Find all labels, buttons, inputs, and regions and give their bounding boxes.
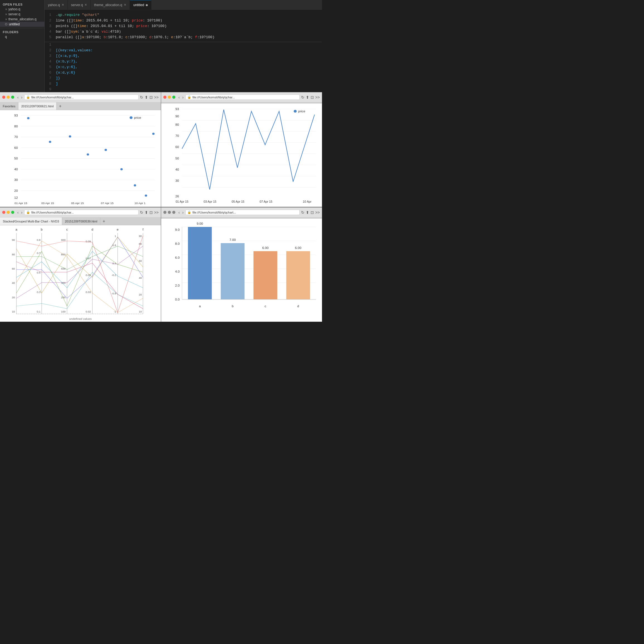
share-icon[interactable]: ⬆ <box>145 210 148 215</box>
traffic-light-green[interactable] <box>172 96 175 99</box>
traffic-light-green[interactable] <box>11 211 14 214</box>
svg-text:80: 80 <box>12 253 15 256</box>
url-bar-2[interactable]: 🔒 file:///Users/komsit/lib/q/qchar... <box>185 95 299 100</box>
url-icon: 🔒 <box>187 210 191 214</box>
nav-forward[interactable]: › <box>21 95 23 100</box>
sidebar-item-theme[interactable]: ✕ theme_allocation.q <box>0 17 44 22</box>
expand-icon[interactable]: >> <box>315 95 320 100</box>
browser-row-1: ‹ › 🔒 file:///Users/komsit/lib/q/qchar..… <box>0 92 322 207</box>
close-icon[interactable]: ✕ <box>5 18 7 21</box>
refresh-icon[interactable]: ↻ <box>140 210 143 215</box>
traffic-light-red[interactable] <box>2 96 5 99</box>
zoom-icon[interactable]: ⊡ <box>311 95 314 100</box>
svg-text:20: 20 <box>14 189 18 192</box>
traffic-light-yellow[interactable] <box>7 211 10 214</box>
parallel-chart: a b c d e f 10 20 40 60 80 90 0.1 0.3 0.… <box>0 225 161 322</box>
svg-text:900: 900 <box>61 239 66 241</box>
open-files-label: OPEN FILES <box>0 2 44 7</box>
share-icon[interactable]: ⬆ <box>306 95 309 100</box>
bar-d <box>286 251 310 299</box>
expand-icon[interactable]: >> <box>154 210 159 215</box>
svg-text:90: 90 <box>12 239 15 241</box>
url-text-1: file:///Users/komsit/lib/q/qchar... <box>31 96 74 99</box>
svg-text:93: 93 <box>14 114 18 117</box>
sidebar-item-server[interactable]: ✕ server.q <box>0 12 44 17</box>
sidebar-file-name: theme_allocation.q <box>8 17 37 21</box>
bar-b <box>221 243 244 299</box>
output-area: 1 2 [{key:val,values: 3 [{x:a,y:9}, 4 {x… <box>45 42 322 92</box>
browser-window-1: ‹ › 🔒 file:///Users/komsit/lib/q/qchar..… <box>0 92 161 207</box>
url-icon: 🔒 <box>187 95 191 99</box>
btab-add[interactable]: + <box>57 102 64 110</box>
svg-text:01 Apr 15: 01 Apr 15 <box>14 202 27 205</box>
btab-add3[interactable]: + <box>100 217 107 225</box>
sidebar-file-name: yahoo.q <box>8 7 20 11</box>
svg-text:20: 20 <box>12 296 15 299</box>
btab-file3[interactable]: 20151209T000539.html <box>62 217 100 225</box>
url-bar-1[interactable]: 🔒 file:///Users/komsit/lib/q/qchar... <box>24 95 138 100</box>
url-icon: 🔒 <box>26 95 30 99</box>
output-line-6: 6 {x:d,y:6} <box>45 70 322 76</box>
svg-text:b: b <box>41 228 43 231</box>
tab-close-icon[interactable]: ✕ <box>62 3 64 7</box>
tab-server[interactable]: server.q ✕ <box>68 0 91 10</box>
traffic-light-red[interactable] <box>2 211 5 214</box>
url-bar-4[interactable]: 🔒 file:///Users/komsit/lib/q/qchart... <box>185 210 299 215</box>
traffic-lights-1 <box>2 96 14 99</box>
svg-text:50: 50 <box>14 157 18 160</box>
share-icon[interactable]: ⬆ <box>306 210 309 215</box>
svg-text:a: a <box>199 304 201 308</box>
svg-text:60: 60 <box>12 268 15 270</box>
svg-text:9.0: 9.0 <box>175 228 180 231</box>
nav-forward[interactable]: › <box>182 95 184 100</box>
url-bar-3[interactable]: 🔒 file:///Users/komsit/lib/q/qchar... <box>24 210 138 215</box>
line-chart: 93 90 80 70 60 50 40 30 26 01 Apr 15 03 … <box>161 103 322 207</box>
close-icon[interactable]: ✕ <box>5 13 7 16</box>
zoom-icon[interactable]: ⊡ <box>149 210 153 215</box>
tab-untitled[interactable]: untitled <box>130 0 151 10</box>
nav-forward[interactable]: › <box>21 210 23 215</box>
btab-favorites[interactable]: Favorites <box>0 102 18 110</box>
refresh-icon[interactable]: ↻ <box>140 95 143 100</box>
traffic-lights-4 <box>163 211 175 214</box>
traffic-light-yellow[interactable] <box>7 96 10 99</box>
tab-close-icon[interactable]: ✕ <box>124 3 126 7</box>
zoom-icon[interactable]: ⊡ <box>311 210 314 215</box>
expand-icon[interactable]: >> <box>154 95 159 100</box>
output-line-3: 3 [{x:a,y:9}, <box>45 53 322 59</box>
nav-forward[interactable]: › <box>182 210 184 215</box>
scatter-point <box>145 195 147 197</box>
traffic-light-red[interactable] <box>163 96 166 99</box>
tab-yahoo[interactable]: yahoo.q ✕ <box>45 0 68 10</box>
svg-text:8.0: 8.0 <box>175 242 180 245</box>
sidebar-file-name: untitled <box>9 22 20 26</box>
btab-nvd3[interactable]: Stacked/Grouped Multi-Bar Chart - NVD3 <box>0 217 62 225</box>
nav-back[interactable]: ‹ <box>17 95 19 100</box>
svg-text:0.5: 0.5 <box>37 272 40 274</box>
tab-close-icon[interactable]: ✕ <box>84 3 87 7</box>
scatter-point <box>134 184 136 187</box>
svg-text:0.02: 0.02 <box>86 311 91 313</box>
sidebar-item-untitled[interactable]: untitled <box>0 22 44 27</box>
nav-back[interactable]: ‹ <box>178 210 180 215</box>
refresh-icon[interactable]: ↻ <box>301 210 304 215</box>
btab-file[interactable]: 20151209T000621.html <box>18 102 57 110</box>
share-icon[interactable]: ⬆ <box>145 95 148 100</box>
sidebar-item-q[interactable]: q <box>0 34 44 39</box>
svg-text:40: 40 <box>12 282 15 284</box>
refresh-icon[interactable]: ↻ <box>301 95 304 100</box>
close-icon[interactable]: ✕ <box>5 8 7 11</box>
nav-back[interactable]: ‹ <box>178 95 180 100</box>
svg-text:90: 90 <box>139 235 142 238</box>
traffic-light-yellow[interactable] <box>168 96 171 99</box>
tab-label: server.q <box>71 3 83 7</box>
traffic-light-green[interactable] <box>11 96 14 99</box>
zoom-icon[interactable]: ⊡ <box>149 95 153 100</box>
svg-text:07 Apr 15: 07 Apr 15 <box>260 200 272 203</box>
tab-theme[interactable]: theme_allocation.q ✕ <box>91 0 130 10</box>
expand-icon[interactable]: >> <box>315 210 320 215</box>
code-editor[interactable]: 1 .qp.require "qchart" 2 line ([]time: 2… <box>45 10 322 42</box>
scatter-point <box>120 168 123 170</box>
sidebar-item-yahoo[interactable]: ✕ yahoo.q <box>0 7 44 12</box>
nav-back[interactable]: ‹ <box>17 210 19 215</box>
